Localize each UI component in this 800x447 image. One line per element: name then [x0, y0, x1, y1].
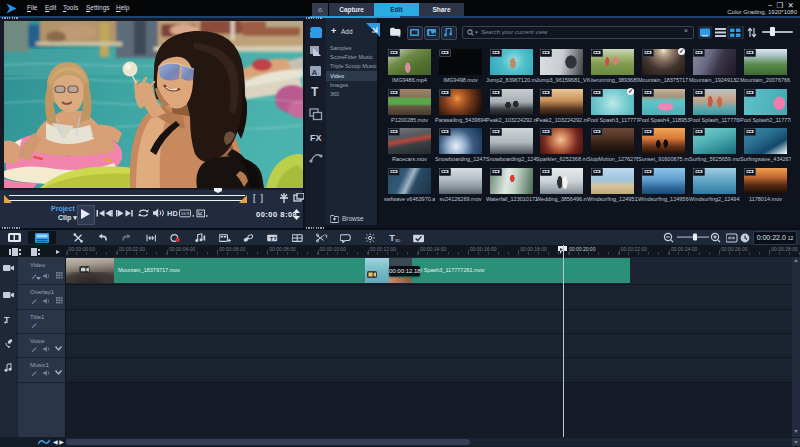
- svg-text:A: A: [312, 68, 318, 77]
- svg-text:16:9: 16:9: [181, 211, 190, 216]
- svg-text:3D: 3D: [395, 238, 400, 243]
- svg-text:FX: FX: [310, 133, 322, 143]
- svg-text:HD: HD: [167, 209, 178, 218]
- svg-text:T: T: [311, 85, 319, 99]
- svg-text:T: T: [270, 236, 274, 242]
